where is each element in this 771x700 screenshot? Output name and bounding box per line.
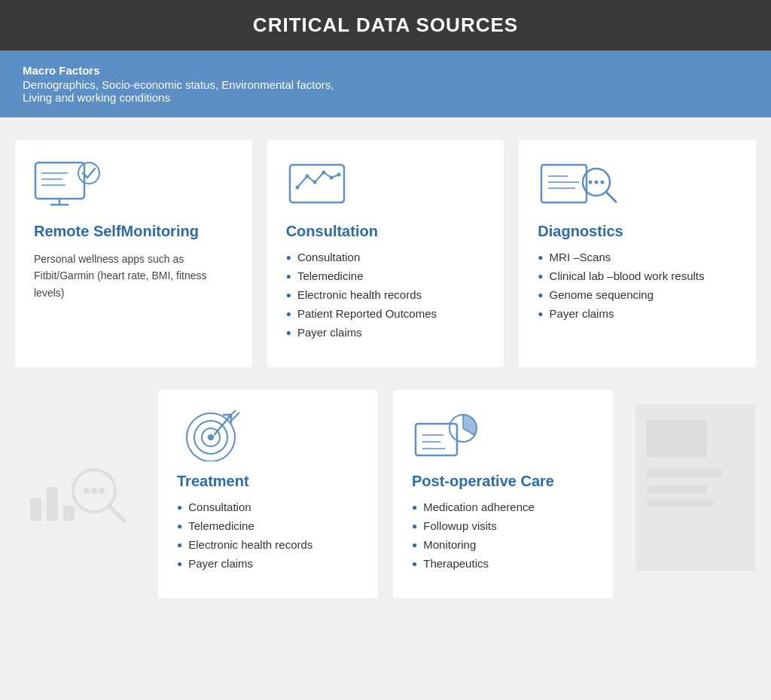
list-item: Electronic health records: [177, 538, 359, 551]
treatment-icon: [177, 409, 359, 461]
card-post-operative-care: Post-operative Care Medication adherence…: [393, 390, 613, 598]
card-consultation: Consultation Consultation Telemedicine E…: [267, 140, 504, 367]
svg-point-12: [329, 175, 333, 179]
main-content: Remote SelfMonitoring Personal wellness …: [0, 117, 771, 621]
list-item: Patient Reported Outcomes: [286, 307, 486, 320]
list-item: Payer claims: [286, 326, 486, 339]
svg-point-11: [322, 170, 325, 174]
bottom-cards-row: Treatment Consultation Telemedicine Elec…: [15, 390, 756, 598]
list-item: Monitoring: [412, 538, 594, 551]
svg-point-8: [295, 185, 299, 189]
svg-point-22: [601, 180, 605, 184]
macro-factors-banner: Macro Factors Demographics, Socio-econom…: [0, 50, 771, 117]
svg-point-34: [208, 434, 214, 440]
page-title: CRITICAL DATA SOURCES: [15, 14, 756, 37]
ghost-card-area: [628, 390, 756, 598]
list-item: Telemedicine: [177, 519, 359, 532]
post-operative-icon: [412, 409, 594, 461]
svg-point-21: [595, 180, 599, 184]
card-diagnostics: Diagnostics MRI –Scans Clinical lab –blo…: [519, 140, 756, 367]
svg-point-30: [99, 488, 105, 494]
banner-subtitle: Demographics, Socio-economic status, Env…: [23, 78, 748, 104]
card-title-diagnostics: Diagnostics: [538, 223, 737, 240]
list-item: Telemedicine: [286, 269, 486, 282]
bottom-spacer: [15, 390, 143, 598]
svg-rect-7: [290, 165, 344, 202]
svg-line-19: [606, 192, 616, 202]
svg-rect-23: [30, 498, 41, 521]
card-title-post-operative: Post-operative Care: [412, 473, 594, 490]
svg-point-6: [78, 163, 99, 184]
consultation-icon: [286, 159, 486, 212]
list-item: Consultation: [177, 501, 359, 513]
page-header: CRITICAL DATA SOURCES: [0, 0, 771, 50]
card-text-remote: Personal wellness apps such as Fitbit/Ga…: [34, 251, 233, 301]
diagnostics-icon: [538, 159, 737, 212]
list-item: Therapeutics: [412, 557, 594, 570]
list-item: Electronic health records: [286, 288, 486, 301]
list-item: Payer claims: [177, 557, 359, 570]
svg-point-10: [312, 180, 316, 184]
svg-point-28: [84, 488, 90, 494]
card-title-treatment: Treatment: [177, 473, 359, 490]
ghost-card: [635, 405, 756, 571]
ghost-search-icon: [23, 457, 128, 532]
card-list-treatment: Consultation Telemedicine Electronic hea…: [177, 501, 359, 570]
svg-point-13: [337, 172, 340, 176]
list-item: Clinical lab –blood work results: [538, 269, 737, 282]
list-item: MRI –Scans: [538, 251, 737, 263]
card-treatment: Treatment Consultation Telemedicine Elec…: [158, 390, 378, 598]
remote-monitoring-icon: [34, 159, 233, 212]
card-title-remote: Remote SelfMonitoring: [34, 223, 233, 240]
svg-point-9: [305, 174, 309, 178]
card-list-consultation: Consultation Telemedicine Electronic hea…: [286, 251, 486, 339]
card-remote-self-monitoring: Remote SelfMonitoring Personal wellness …: [15, 140, 252, 367]
list-item: Payer claims: [538, 307, 737, 320]
card-title-consultation: Consultation: [286, 223, 486, 240]
list-item: Followup visits: [412, 519, 594, 532]
list-item: Genome sequencing: [538, 288, 737, 301]
card-list-post-operative: Medication adherence Followup visits Mon…: [412, 501, 594, 570]
banner-title: Macro Factors: [23, 64, 748, 77]
svg-rect-14: [541, 165, 587, 202]
top-cards-row: Remote SelfMonitoring Personal wellness …: [15, 140, 756, 367]
svg-line-27: [109, 506, 124, 521]
svg-point-20: [589, 180, 593, 184]
svg-rect-38: [416, 424, 457, 455]
svg-rect-0: [35, 163, 84, 199]
list-item: Consultation: [286, 251, 486, 263]
svg-point-29: [91, 488, 97, 494]
svg-rect-25: [63, 506, 75, 521]
svg-rect-24: [47, 487, 58, 521]
card-list-diagnostics: MRI –Scans Clinical lab –blood work resu…: [538, 251, 737, 320]
list-item: Medication adherence: [412, 501, 594, 513]
